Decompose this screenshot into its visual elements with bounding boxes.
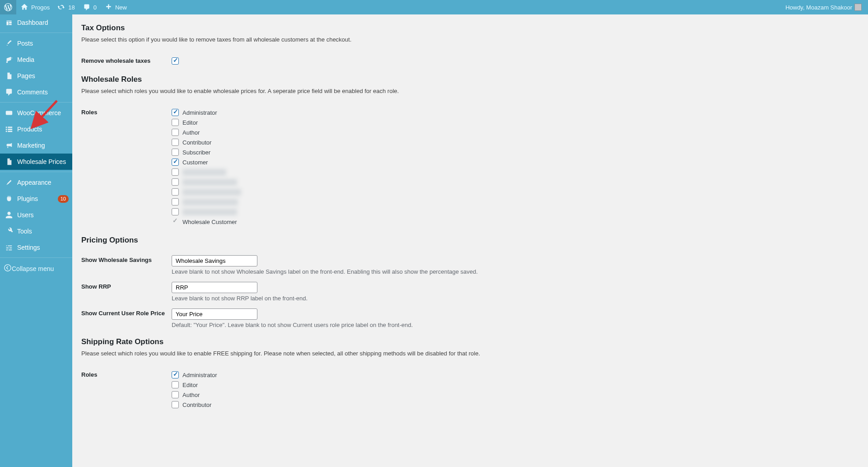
savings-input[interactable]	[172, 255, 257, 266]
role-checkbox-label: Contributor	[182, 139, 211, 146]
roles-label: Roles	[81, 107, 172, 227]
sidebar-item-marketing[interactable]: Marketing	[0, 137, 72, 154]
role-checkbox-label: Redacted role two	[182, 179, 237, 186]
sidebar-item-appearance[interactable]: Appearance	[0, 174, 72, 191]
role-checkbox[interactable]	[172, 188, 179, 196]
role-checkbox-line[interactable]: Redacted role four	[172, 197, 859, 207]
role-checkbox-line[interactable]: Editor	[172, 380, 859, 390]
role-checkbox-line[interactable]: Contributor	[172, 400, 859, 410]
site-link[interactable]: Progos	[16, 0, 53, 14]
updates-link[interactable]: 18	[53, 0, 78, 14]
sidebar-item-label: Pages	[17, 72, 69, 79]
role-checkbox	[172, 218, 179, 225]
wholesale-roles-heading: Wholesale Roles	[81, 66, 859, 88]
savings-label: Show Wholesale Savings	[81, 255, 172, 275]
pricing-options-heading: Pricing Options	[81, 227, 859, 248]
role-checkbox-line[interactable]: Administrator	[172, 370, 859, 380]
users-icon	[5, 210, 14, 219]
role-checkbox[interactable]	[172, 109, 179, 116]
role-checkbox[interactable]	[172, 401, 179, 408]
sidebar-item-wholesale-prices[interactable]: Wholesale Prices	[0, 154, 72, 170]
role-checkbox-label: Redacted role four	[182, 199, 238, 205]
role-checkbox-label: Wholesale Customer	[182, 219, 237, 225]
collapse-menu[interactable]: Collapse menu	[0, 260, 72, 277]
savings-help: Leave blank to not show Wholesale Saving…	[172, 268, 859, 275]
role-checkbox-line[interactable]: Redacted role five	[172, 207, 859, 217]
role-checkbox[interactable]	[172, 139, 179, 146]
role-checkbox[interactable]	[172, 381, 179, 388]
role-checkbox-line[interactable]: Author	[172, 127, 859, 137]
remove-taxes-label: Remove wholesale taxes	[81, 56, 172, 66]
howdy-text: Howdy, Moazam Shakoor	[785, 4, 852, 11]
role-checkbox-label: Redacted role three	[182, 189, 241, 196]
role-checkbox[interactable]	[172, 168, 179, 176]
sidebar-item-tools[interactable]: Tools	[0, 223, 72, 239]
role-checkbox-label: Editor	[182, 119, 198, 126]
role-checkbox[interactable]	[172, 178, 179, 186]
role-checkbox[interactable]	[172, 198, 179, 205]
role-checkbox[interactable]	[172, 119, 179, 126]
sidebar-item-products[interactable]: Products	[0, 121, 72, 137]
role-checkbox-line[interactable]: Customer	[172, 157, 859, 167]
role-checkbox-line[interactable]: Author	[172, 390, 859, 400]
megaphone-icon	[5, 141, 14, 150]
sidebar-item-label: Media	[17, 56, 69, 63]
pin-icon	[5, 39, 14, 48]
plus-icon	[104, 3, 113, 12]
products-icon	[5, 125, 14, 134]
shipping-options-desc: Please select which roles you would like…	[81, 350, 859, 357]
role-price-input[interactable]	[172, 308, 257, 320]
sidebar-item-users[interactable]: Users	[0, 207, 72, 223]
comments-icon	[5, 88, 14, 97]
role-checkbox-line[interactable]: Contributor	[172, 137, 859, 147]
role-checkbox-line[interactable]: Redacted role	[172, 167, 859, 177]
collapse-label: Collapse menu	[12, 265, 54, 272]
role-checkbox[interactable]	[172, 129, 179, 136]
plugin-icon	[5, 194, 14, 203]
admin-bar: Progos 18 0 New Howdy, Moazam Shakoor	[0, 0, 868, 14]
remove-taxes-checkbox[interactable]	[172, 57, 179, 65]
sidebar-item-settings[interactable]: Settings	[0, 239, 72, 256]
role-checkbox-line[interactable]: Administrator	[172, 107, 859, 117]
settings-content: Tax Options Please select this option if…	[72, 14, 868, 428]
role-checkbox-line[interactable]: Subscriber	[172, 147, 859, 157]
role-checkbox[interactable]	[172, 208, 179, 215]
svg-rect-0	[6, 111, 12, 115]
sidebar-item-pages[interactable]: Pages	[0, 68, 72, 84]
sidebar-item-posts[interactable]: Posts	[0, 35, 72, 51]
woocommerce-icon	[5, 108, 14, 117]
role-checkbox-label: Administrator	[182, 372, 217, 378]
role-checkbox-label: Author	[182, 392, 200, 398]
role-checkbox-label: Redacted role	[182, 169, 226, 176]
rrp-label: Show RRP	[81, 282, 172, 302]
sidebar-item-dashboard[interactable]: Dashboard	[0, 14, 72, 31]
role-checkbox-line[interactable]: Redacted role three	[172, 187, 859, 197]
svg-point-1	[5, 265, 11, 271]
sidebar-item-label: Products	[17, 126, 69, 133]
role-checkbox-label: Author	[182, 129, 200, 136]
rrp-input[interactable]	[172, 282, 257, 293]
sidebar-item-label: Dashboard	[17, 19, 69, 26]
sidebar-item-comments[interactable]: Comments	[0, 84, 72, 100]
account-link[interactable]: Howdy, Moazam Shakoor	[782, 0, 865, 14]
sidebar-item-media[interactable]: Media	[0, 51, 72, 68]
role-checkbox-label: Redacted role five	[182, 209, 237, 215]
role-checkbox[interactable]	[172, 391, 179, 398]
role-checkbox-line[interactable]: Editor	[172, 117, 859, 127]
role-checkbox[interactable]	[172, 371, 179, 378]
brush-icon	[5, 178, 14, 187]
comments-link[interactable]: 0	[79, 0, 100, 14]
role-checkbox-line[interactable]: Redacted role two	[172, 177, 859, 187]
tag-icon	[5, 157, 14, 166]
new-link[interactable]: New	[100, 0, 131, 14]
updates-count: 18	[68, 4, 75, 11]
wp-logo[interactable]	[0, 0, 16, 14]
role-checkbox-label: Contributor	[182, 402, 211, 408]
sidebar-item-woocommerce[interactable]: WooCommerce	[0, 105, 72, 121]
media-icon	[5, 55, 14, 64]
shipping-roles-list: AdministratorEditorAuthorContributor	[172, 370, 859, 410]
role-checkbox[interactable]	[172, 149, 179, 156]
role-checkbox[interactable]	[172, 159, 179, 166]
avatar-icon	[854, 4, 862, 11]
sidebar-item-plugins[interactable]: Plugins 10	[0, 191, 72, 207]
